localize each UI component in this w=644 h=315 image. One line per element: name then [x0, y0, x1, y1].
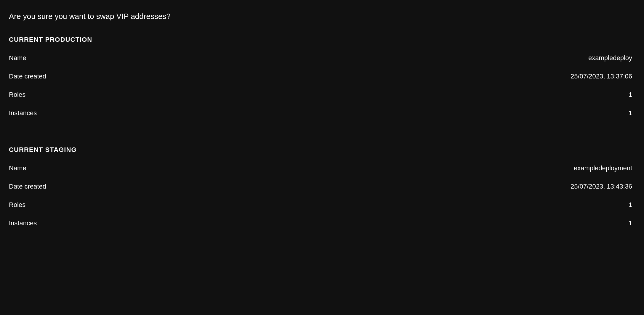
production-name-row: Name exampledeploy — [9, 49, 635, 67]
staging-roles-value: 1 — [629, 201, 635, 209]
staging-instances-row: Instances 1 — [9, 214, 635, 232]
staging-name-row: Name exampledeployment — [9, 159, 635, 177]
production-name-label: Name — [9, 54, 26, 62]
production-header: CURRENT PRODUCTION — [9, 36, 635, 44]
staging-roles-row: Roles 1 — [9, 196, 635, 214]
staging-instances-value: 1 — [629, 219, 635, 227]
production-section: CURRENT PRODUCTION Name exampledeploy Da… — [9, 36, 635, 122]
staging-section: CURRENT STAGING Name exampledeployment D… — [9, 146, 635, 232]
production-date-value: 25/07/2023, 13:37:06 — [571, 73, 635, 80]
dialog-question: Are you sure you want to swap VIP addres… — [9, 12, 635, 21]
production-instances-row: Instances 1 — [9, 104, 635, 122]
staging-instances-label: Instances — [9, 219, 37, 227]
staging-header: CURRENT STAGING — [9, 146, 635, 154]
staging-name-label: Name — [9, 164, 26, 172]
production-roles-value: 1 — [629, 91, 635, 99]
staging-name-value: exampledeployment — [574, 164, 635, 172]
staging-roles-label: Roles — [9, 201, 25, 209]
staging-date-label: Date created — [9, 183, 46, 190]
production-roles-row: Roles 1 — [9, 86, 635, 104]
production-roles-label: Roles — [9, 91, 25, 99]
staging-date-row: Date created 25/07/2023, 13:43:36 — [9, 177, 635, 196]
production-name-value: exampledeploy — [588, 54, 635, 62]
production-instances-value: 1 — [629, 109, 635, 117]
staging-date-value: 25/07/2023, 13:43:36 — [571, 183, 635, 190]
production-date-row: Date created 25/07/2023, 13:37:06 — [9, 67, 635, 86]
production-date-label: Date created — [9, 73, 46, 80]
production-instances-label: Instances — [9, 109, 37, 117]
